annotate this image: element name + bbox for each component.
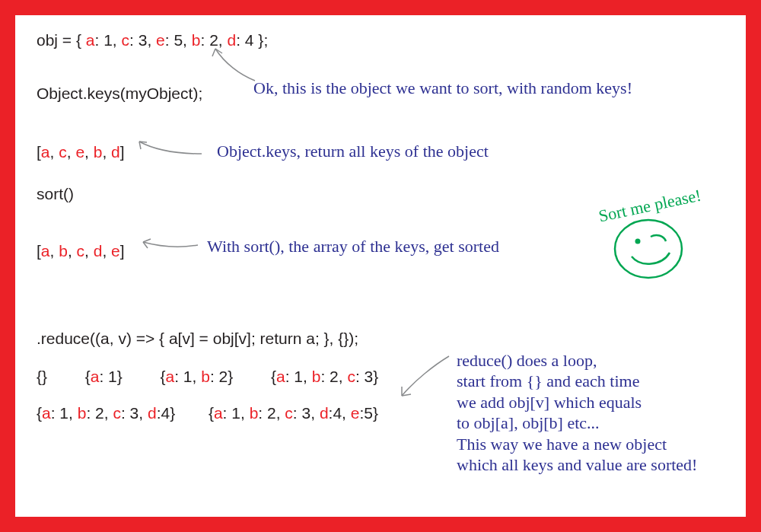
text: Object.keys, return all keys of the obje… — [217, 142, 489, 161]
key: a — [41, 242, 50, 260]
text: , — [102, 242, 111, 260]
text: { — [271, 368, 276, 385]
text: , — [50, 143, 59, 161]
text: :5} — [359, 404, 378, 422]
annotation-reduce: reduce() does a loop, start from {} and … — [457, 329, 738, 476]
text: , — [50, 242, 59, 260]
key: d — [111, 143, 120, 161]
key: a — [276, 368, 285, 385]
key: c — [113, 404, 121, 422]
text: sort() — [37, 185, 74, 202]
key: d — [94, 242, 103, 260]
key: a — [214, 404, 223, 422]
text: : 3} — [355, 368, 378, 385]
step-0: {} — [37, 368, 47, 385]
text: : 1, — [174, 368, 201, 385]
text: : 1, — [285, 368, 312, 385]
key-a: a — [86, 31, 95, 49]
annotation-object: Ok, this is the object we want to sort, … — [253, 78, 740, 99]
key: b — [78, 404, 87, 422]
key: e — [351, 404, 360, 422]
arrow-icon — [137, 236, 205, 255]
text: : 3, — [121, 404, 148, 422]
key: c — [285, 404, 293, 422]
text: :4} — [157, 404, 176, 422]
text: : 1, — [51, 404, 78, 422]
key: c — [77, 242, 85, 260]
annotation-keys: Object.keys, return all keys of the obje… — [217, 141, 489, 162]
key-e: e — [156, 31, 165, 49]
text: : 1, — [95, 31, 122, 49]
text: { — [85, 368, 91, 385]
text: { — [209, 404, 214, 422]
text: : 2, — [258, 404, 285, 422]
text: :4, — [329, 404, 351, 422]
key: c — [347, 368, 355, 385]
text: reduce() does a loop, start from {} and … — [457, 351, 697, 475]
text: : 5, — [165, 31, 192, 49]
key: b — [94, 143, 103, 161]
arrow-icon — [133, 137, 209, 160]
text: { — [160, 368, 165, 385]
diagram-canvas: obj = { a: 1, c: 3, e: 5, b: 2, d: 4 }; … — [15, 15, 746, 517]
doodle-sort-me-please: Sort me please! — [597, 194, 742, 286]
key: d — [320, 404, 329, 422]
reduce-step-row-1: {} {a: 1} {a: 1, b: 2} {a: 1, b: 2, c: 3… — [37, 365, 378, 387]
key-c: c — [122, 31, 130, 49]
key-b: b — [192, 31, 201, 49]
text: ] — [120, 242, 125, 260]
key: e — [75, 143, 84, 161]
text: , — [67, 143, 76, 161]
key: b — [59, 242, 68, 260]
text: , — [84, 242, 94, 260]
key: a — [42, 404, 51, 422]
smiley-icon — [609, 211, 693, 283]
reduce-step-row-2: {a: 1, b: 2, c: 3, d:4} {a: 1, b: 2, c: … — [37, 402, 378, 424]
key: a — [166, 368, 175, 385]
text: , — [84, 143, 94, 161]
code-keys-array-sorted: [a, b, c, d, e] — [37, 240, 125, 262]
svg-point-1 — [635, 238, 641, 244]
text: : 3, — [293, 404, 320, 422]
text: : 2, — [86, 404, 113, 422]
text: : 1, — [223, 404, 250, 422]
key: a — [91, 368, 100, 385]
svg-point-0 — [615, 220, 682, 278]
code-sort: sort() — [37, 183, 74, 205]
text: Ok, this is the object we want to sort, … — [253, 78, 632, 97]
code-keys-array-unsorted: [a, c, e, b, d] — [37, 141, 125, 163]
text: : 3, — [129, 31, 156, 49]
key: a — [41, 143, 50, 161]
key: c — [59, 143, 67, 161]
key: b — [250, 404, 259, 422]
text: : 1} — [99, 368, 122, 385]
text: .reduce((a, v) => { a[v] = obj[v]; retur… — [37, 330, 358, 347]
key: b — [312, 368, 321, 385]
text: { — [37, 404, 42, 422]
text: , — [102, 143, 111, 161]
key: d — [148, 404, 157, 422]
code-object-keys: Object.keys(myObject); — [37, 82, 202, 104]
text: : 2, — [320, 368, 347, 385]
text: obj = { — [37, 31, 86, 49]
text: With sort(), the array of the keys, get … — [207, 237, 499, 256]
text: Object.keys(myObject); — [37, 84, 202, 102]
arrow-icon — [396, 350, 464, 403]
text: , — [68, 242, 77, 260]
annotation-sort: With sort(), the array of the keys, get … — [207, 236, 499, 257]
text: : 2} — [210, 368, 233, 385]
text: ] — [120, 143, 125, 161]
key: b — [201, 368, 210, 385]
key: e — [111, 242, 120, 260]
code-reduce: .reduce((a, v) => { a[v] = obj[v]; retur… — [37, 327, 358, 349]
